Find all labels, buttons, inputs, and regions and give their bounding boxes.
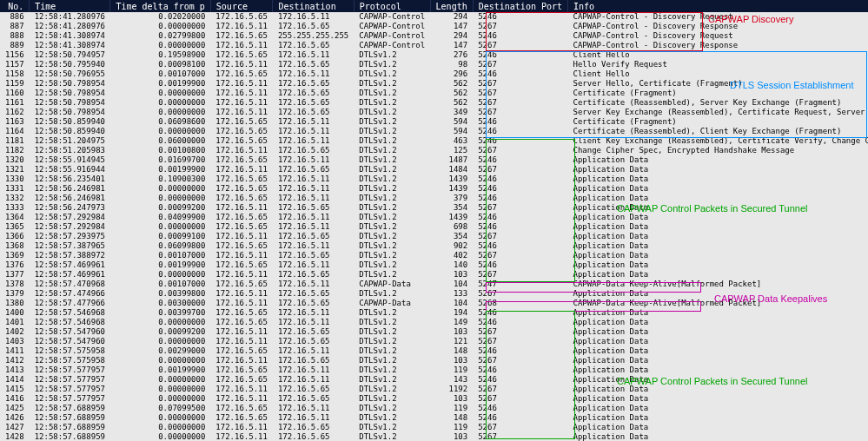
col-port[interactable]: Destination Port [473, 0, 567, 12]
table-row[interactable]: 137612:58:57.4699610.00199900172.16.5.65… [0, 260, 868, 270]
cell: Application Data [568, 213, 868, 222]
table-row[interactable]: 136412:58:57.2929840.04099900172.16.5.65… [0, 213, 868, 222]
table-row[interactable]: 141312:58:57.5779570.00199900172.16.5.65… [0, 365, 868, 375]
cell: 172.16.5.11 [273, 222, 354, 232]
table-row[interactable]: 142812:58:57.6889590.00000000172.16.5.11… [0, 432, 868, 441]
table-row[interactable]: 140312:58:57.5479600.00000000172.16.5.11… [0, 337, 868, 346]
table-row[interactable]: 115612:58:50.7949570.19598900172.16.5.65… [0, 50, 868, 60]
table-row[interactable]: 142712:58:57.6889590.00000000172.16.5.11… [0, 423, 868, 432]
cell: 0.00399700 [110, 308, 210, 318]
table-row[interactable]: 137912:58:57.4749660.00399800172.16.5.11… [0, 289, 868, 299]
table-row[interactable]: 137712:58:57.4699610.00000000172.16.5.11… [0, 270, 868, 280]
table-row[interactable]: 133212:58:56.2469810.00000000172.16.5.65… [0, 194, 868, 203]
table-row[interactable]: 132112:58:55.9169440.00199900172.16.5.11… [0, 165, 868, 174]
cell: 1320 [0, 155, 30, 165]
cell: CAPWAP-Data Keep-Alive[Malformed Packet] [568, 299, 868, 308]
cell: 172.16.5.11 [273, 184, 354, 194]
table-row[interactable]: 115712:58:50.7959400.00098100172.16.5.11… [0, 60, 868, 69]
cell: 5246 [473, 184, 567, 194]
cell: 172.16.5.65 [210, 69, 273, 79]
cell: 172.16.5.65 [210, 50, 273, 60]
table-row[interactable]: 142512:58:57.6889590.07099500172.16.5.65… [0, 404, 868, 413]
cell: 5267 [473, 385, 567, 394]
col-td[interactable]: Time delta from p [110, 0, 210, 12]
table-row[interactable]: 140112:58:57.5469680.00000000172.16.5.65… [0, 318, 868, 327]
cell: 1332 [0, 194, 30, 203]
cell: Application Data [568, 365, 868, 375]
cell: 698 [430, 222, 473, 232]
col-time[interactable]: Time [30, 0, 110, 12]
cell: 1321 [0, 165, 30, 174]
table-row[interactable]: 138012:58:57.4779660.00300000172.16.5.11… [0, 299, 868, 308]
cell: 125 [430, 146, 473, 155]
table-row[interactable]: 140212:58:57.5479600.00099200172.16.5.11… [0, 327, 868, 337]
cell: 5267 [473, 22, 567, 31]
table-row[interactable]: 141112:58:57.5759580.00299000172.16.5.65… [0, 346, 868, 356]
table-row[interactable]: 118212:58:51.2059830.00100800172.16.5.11… [0, 146, 868, 155]
col-no[interactable]: No. [0, 0, 30, 12]
table-row[interactable]: 88712:58:41.2809760.00000000172.16.5.111… [0, 22, 868, 31]
table-row[interactable]: 116212:58:50.7989540.00000000172.16.5.11… [0, 108, 868, 117]
cell: 0.00199900 [110, 365, 210, 375]
cell: 172.16.5.11 [273, 136, 354, 146]
cell: 12:58:57.387965 [30, 241, 110, 251]
cell: 0.00098100 [110, 60, 210, 69]
cell: 172.16.5.11 [273, 365, 354, 375]
cell: 172.16.5.11 [273, 12, 354, 22]
col-info[interactable]: Info [568, 0, 868, 12]
col-prot[interactable]: Protocol [354, 0, 430, 12]
table-row[interactable]: 115912:58:50.7989540.00199900172.16.5.11… [0, 79, 868, 89]
cell: 0.04099900 [110, 213, 210, 222]
cell: 887 [0, 22, 30, 31]
table-row[interactable]: 88912:58:41.3089740.00000000172.16.5.111… [0, 41, 868, 50]
table-row[interactable]: 116112:58:50.7989540.00000000172.16.5.11… [0, 98, 868, 108]
cell: 5267 [473, 423, 567, 432]
packet-rows: 88612:58:41.2809760.02020000172.16.5.651… [0, 12, 868, 441]
cell: 5267 [473, 327, 567, 337]
table-row[interactable]: 137812:58:57.4709680.00107000172.16.5.65… [0, 280, 868, 289]
table-row[interactable]: 141212:58:57.5759580.00000000172.16.5.11… [0, 356, 868, 365]
table-row[interactable]: 141512:58:57.5779570.00000000172.16.5.11… [0, 385, 868, 394]
table-row[interactable]: 116412:58:50.8599400.00000000172.16.5.65… [0, 127, 868, 136]
table-row[interactable]: 116312:58:50.8599400.06098600172.16.5.65… [0, 117, 868, 127]
cell: 104 [430, 299, 473, 308]
cell: CAPWAP-Data [354, 280, 430, 289]
cell: 172.16.5.11 [210, 385, 273, 394]
cell: 172.16.5.65 [210, 404, 273, 413]
table-row[interactable]: 142612:58:57.6889590.00000000172.16.5.65… [0, 413, 868, 423]
table-row[interactable]: 88812:58:41.3089740.02799800172.16.5.652… [0, 31, 868, 41]
table-row[interactable]: 133112:58:56.2469810.00000000172.16.5.65… [0, 184, 868, 194]
col-src[interactable]: Source [210, 0, 273, 12]
cell: 0.00199900 [110, 260, 210, 270]
cell: 886 [0, 12, 30, 22]
col-dst[interactable]: Destination [273, 0, 354, 12]
cell: 0.00000000 [110, 22, 210, 31]
table-row[interactable]: 118112:58:51.2049750.06000000172.16.5.65… [0, 136, 868, 146]
table-row[interactable]: 133012:58:56.2354010.10900300172.16.5.65… [0, 174, 868, 184]
table-row[interactable]: 136612:58:57.2939750.00099100172.16.5.11… [0, 232, 868, 241]
table-row[interactable]: 115812:58:50.7969550.00107000172.16.5.65… [0, 69, 868, 79]
cell: 1331 [0, 184, 30, 194]
cell: 5246 [473, 413, 567, 423]
cell: 12:58:55.914945 [30, 155, 110, 165]
cell: 1181 [0, 136, 30, 146]
table-row[interactable]: 141612:58:57.5779570.00000000172.16.5.11… [0, 394, 868, 404]
table-row[interactable]: 116012:58:50.7989540.00000000172.16.5.11… [0, 89, 868, 98]
cell: 172.16.5.11 [210, 432, 273, 441]
col-len[interactable]: Length [430, 0, 473, 12]
table-row[interactable]: 133312:58:56.2479730.00099200172.16.5.11… [0, 203, 868, 213]
table-row[interactable]: 136512:58:57.2929840.00000000172.16.5.65… [0, 222, 868, 232]
cell: 1330 [0, 174, 30, 184]
table-row[interactable]: 88612:58:41.2809760.02020000172.16.5.651… [0, 12, 868, 22]
table-row[interactable]: 140012:58:57.5469680.00399700172.16.5.65… [0, 308, 868, 318]
cell: 12:58:50.859940 [30, 117, 110, 127]
cell: Application Data [568, 260, 868, 270]
table-row[interactable]: 141412:58:57.5779570.00000000172.16.5.65… [0, 375, 868, 385]
table-row[interactable]: 136812:58:57.3879650.06099800172.16.5.65… [0, 241, 868, 251]
table-row[interactable]: 136912:58:57.3889720.00107000172.16.5.11… [0, 251, 868, 260]
cell: 5246 [473, 365, 567, 375]
table-row[interactable]: 132012:58:55.9149450.01699700172.16.5.65… [0, 155, 868, 165]
cell: 103 [430, 394, 473, 404]
cell: 148 [430, 346, 473, 356]
cell: 1163 [0, 117, 30, 127]
